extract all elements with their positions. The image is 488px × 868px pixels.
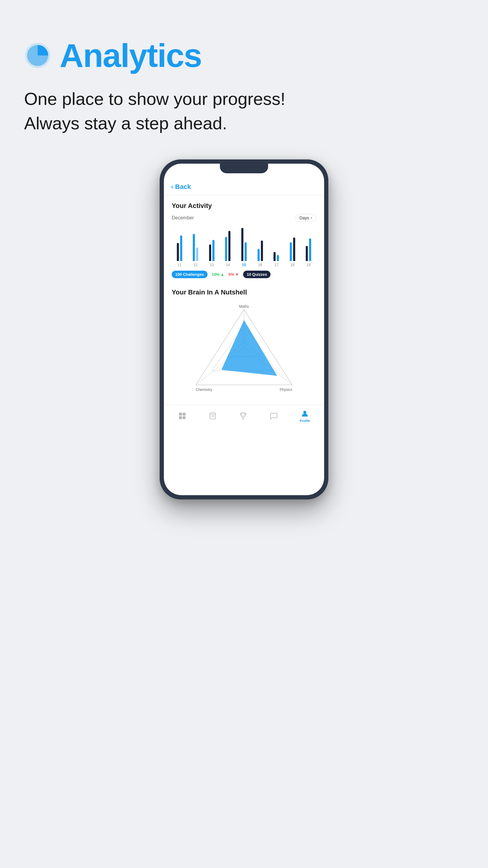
nav-learn[interactable]: [208, 412, 217, 420]
bar-label-17: 17: [274, 263, 278, 267]
bar-label-11: 11: [177, 263, 181, 267]
bar-18: 18: [286, 226, 299, 267]
back-button[interactable]: ‹ Back: [164, 179, 324, 194]
bar-dark: [228, 231, 230, 261]
bar-dark: [261, 241, 263, 261]
analytics-icon: [24, 42, 51, 69]
bar-16: 16: [254, 226, 267, 267]
svg-text:Maths: Maths: [239, 304, 249, 309]
bar-12: 12: [189, 226, 202, 267]
profile-nav-label: Profile: [300, 419, 310, 423]
bar-dark: [306, 246, 308, 261]
bar-light: [196, 247, 198, 261]
radar-chart: Maths Chemistry Physics: [172, 301, 316, 397]
bottom-nav: Profile: [164, 405, 324, 430]
bar-dark: [241, 228, 243, 261]
bar-blue: [309, 239, 311, 261]
svg-rect-14: [183, 416, 186, 419]
bar-19: 19: [302, 226, 315, 267]
bar-label-12: 12: [194, 263, 198, 267]
bar-label-19: 19: [307, 263, 311, 267]
svg-rect-13: [179, 416, 182, 419]
bar-blue: [290, 242, 292, 261]
bar-label-16: 16: [258, 263, 262, 267]
bar-label-13: 13: [210, 263, 214, 267]
quizzes-badge: 10 Quizzes: [243, 271, 270, 278]
activity-section: Your Activity December Days ▾: [164, 195, 324, 283]
back-label: Back: [175, 183, 191, 191]
svg-rect-15: [210, 413, 216, 419]
grid-icon: [178, 412, 187, 420]
period-label: Days: [299, 216, 309, 220]
nav-trophy[interactable]: [239, 412, 247, 420]
radar-svg: Maths Chemistry Physics: [193, 304, 295, 394]
activity-header: December Days ▾: [172, 214, 316, 222]
phone-notch: [220, 164, 268, 173]
bar-blue: [245, 242, 247, 261]
bar-blue: [180, 236, 182, 261]
red-stat: 5% ▼: [229, 272, 239, 277]
bar-14: 14: [221, 226, 235, 267]
svg-point-21: [303, 411, 306, 414]
book-icon: [208, 412, 217, 420]
bar-blue: [213, 240, 215, 261]
bar-blue: [277, 255, 279, 261]
svg-text:Physics: Physics: [280, 388, 292, 392]
svg-rect-12: [183, 412, 186, 415]
bar-dark: [177, 243, 179, 261]
green-stat: 10% ▲: [212, 272, 224, 277]
profile-icon: [301, 409, 309, 418]
bar-label-18: 18: [290, 263, 294, 267]
activity-title: Your Activity: [172, 202, 316, 210]
bar-dark: [293, 238, 295, 261]
brain-section: Your Brain In A Nutshell: [164, 283, 324, 402]
bar-dark: [209, 244, 211, 261]
nav-profile[interactable]: Profile: [300, 409, 310, 423]
page-subtitle: One place to show your progress! Always …: [24, 87, 285, 135]
bar-13: 13: [205, 226, 218, 267]
bar-blue: [258, 249, 260, 261]
svg-rect-11: [179, 412, 182, 415]
page-header: Analytics: [24, 36, 201, 74]
chat-icon: [269, 412, 278, 420]
phone-screen: ‹ Back Your Activity December Days ▾: [164, 164, 324, 495]
month-label: December: [172, 215, 194, 221]
bar-dark: [273, 252, 275, 261]
bar-label-14: 14: [226, 263, 230, 267]
phone-outer: ‹ Back Your Activity December Days ▾: [160, 159, 328, 499]
brain-title: Your Brain In A Nutshell: [172, 288, 316, 296]
bar-label-15: 15: [242, 263, 246, 267]
arrow-up-icon: ▲: [221, 272, 224, 277]
challenges-badge: 100 Challenges: [172, 271, 207, 278]
page-title: Analytics: [60, 36, 201, 74]
period-dropdown[interactable]: Days ▾: [295, 214, 316, 222]
bar-11: 11: [173, 226, 186, 267]
dropdown-arrow-icon: ▾: [311, 216, 313, 220]
nav-chat[interactable]: [269, 412, 278, 420]
trophy-icon: [239, 412, 247, 420]
bar-blue: [225, 237, 227, 261]
phone-mockup: ‹ Back Your Activity December Days ▾: [24, 159, 464, 499]
bar-17: 17: [270, 226, 283, 267]
bar-blue: [193, 234, 195, 261]
bar-15: 15: [237, 226, 251, 267]
activity-bar-chart: 11 12: [172, 228, 316, 267]
stats-row: 100 Challenges 10% ▲ 5% ▼ 10 Quizzes: [172, 271, 316, 278]
nav-home[interactable]: [178, 412, 187, 420]
arrow-down-icon: ▼: [235, 272, 239, 277]
back-chevron-icon: ‹: [171, 183, 173, 191]
svg-text:Chemistry: Chemistry: [196, 388, 212, 392]
